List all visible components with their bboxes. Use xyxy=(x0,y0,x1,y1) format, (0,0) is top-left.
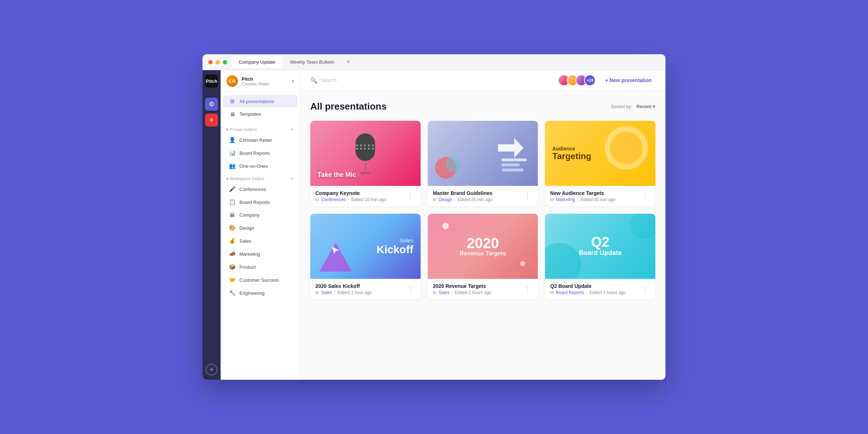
templates-icon: 🖥 xyxy=(229,111,236,117)
sidebar-item-customer-success[interactable]: 🤝 Customer Success xyxy=(223,274,298,286)
folder-link[interactable]: Conferences xyxy=(321,197,346,202)
search-input[interactable]: Search xyxy=(320,77,336,83)
pres-meta: In Board Reports | Edited 3 hours ago xyxy=(550,290,640,295)
main-layout: Pitch ⚙ ≡ + CR Pitch Christian Reber ▾ xyxy=(203,70,665,380)
add-workspace-button[interactable]: + xyxy=(206,364,217,375)
sort-control[interactable]: Sorted by: Recent ▾ xyxy=(611,104,655,109)
sidebar: CR Pitch Christian Reber ▾ ⊞ All present… xyxy=(221,70,300,380)
sidebar-nav: ⊞ All presentations 🖥 Templates xyxy=(221,92,300,124)
user-sub-label: Christian Reber xyxy=(242,82,288,86)
maximize-dot[interactable] xyxy=(223,60,227,64)
private-folders-header: ▾ Private folders + xyxy=(221,124,300,134)
avatar-count-badge[interactable]: +19 xyxy=(584,75,596,86)
tab-company-update[interactable]: Company Update xyxy=(231,56,282,68)
pres-card-revenue[interactable]: 2020 Revenue Targets 2020 Revenue Target… xyxy=(428,214,538,299)
icon-bar: Pitch ⚙ ≡ + xyxy=(203,70,221,380)
pitch-logo[interactable]: Pitch xyxy=(205,75,218,88)
pres-info: Company Keynote In Conferences | Edited … xyxy=(310,186,421,207)
sidebar-item-christian-reber[interactable]: 👤 Christian Reber xyxy=(223,134,298,146)
tab-weekly-bulletin[interactable]: Weekly Team Bulletin xyxy=(282,56,342,68)
pres-meta: In Design | Edited 25 min ago xyxy=(433,197,523,202)
page-title: All presentations xyxy=(310,101,387,112)
add-tab-button[interactable]: + xyxy=(343,57,353,67)
gear-icon-item[interactable]: ⚙ xyxy=(205,98,218,111)
sidebar-item-board-reports-private[interactable]: 📊 Board Reports xyxy=(223,147,298,159)
search-icon: 🔍 xyxy=(310,77,318,84)
pres-more-button[interactable]: ⋮ xyxy=(405,284,416,294)
gear-icon: ⚙ xyxy=(209,100,214,108)
chart-bar-icon: 📊 xyxy=(229,150,236,156)
pres-card-keynote[interactable]: Take the Mic Company Keynote In Conferen… xyxy=(310,121,421,207)
sales-text: Sales Kickoff xyxy=(376,237,413,256)
sidebar-item-marketing[interactable]: 📣 Marketing xyxy=(223,248,298,260)
sidebar-item-board-reports-workspace[interactable]: 📋 Board Reports xyxy=(223,196,298,208)
content-header: 🔍 Search +19 + New presentation xyxy=(300,70,665,91)
pres-title: New Audience Targets xyxy=(550,190,640,196)
pres-more-button[interactable]: ⋮ xyxy=(523,191,533,201)
q2-text: Q2 Board Update xyxy=(579,235,622,257)
content-area: 🔍 Search +19 + New presentation xyxy=(300,70,665,380)
sidebar-item-sales[interactable]: 💰 Sales xyxy=(223,235,298,247)
pres-thumb-brand xyxy=(428,121,538,186)
add-private-folder-button[interactable]: + xyxy=(290,127,294,132)
sidebar-item-all-presentations[interactable]: ⊞ All presentations xyxy=(223,95,298,107)
person-icon: 👤 xyxy=(229,137,236,143)
pres-meta: In Sales | Edited 1 hour ago xyxy=(315,290,405,295)
title-bar: Company Update Weekly Team Bulletin + xyxy=(203,54,665,70)
close-dot[interactable] xyxy=(208,60,213,64)
folder-link[interactable]: Sales xyxy=(321,290,332,295)
audience-label: Audience Targeting xyxy=(552,146,591,161)
app-window: Company Update Weekly Team Bulletin + Pi… xyxy=(203,54,665,380)
folder-link[interactable]: Sales xyxy=(439,290,450,295)
add-workspace-folder-button[interactable]: + xyxy=(290,176,294,182)
pres-more-button[interactable]: ⋮ xyxy=(405,191,416,201)
pres-more-button[interactable]: ⋮ xyxy=(523,284,533,294)
arrow-shape xyxy=(498,135,523,162)
pres-card-audience[interactable]: Audience Targeting New Audience Targets … xyxy=(545,121,655,207)
pres-info: Master Brand Guidelines In Design | Edit… xyxy=(428,186,538,207)
pres-meta: In Conferences | Edited 10 min ago xyxy=(315,197,405,202)
chevron-down-icon: ▾ xyxy=(653,104,655,109)
chevron-down-icon: ▾ xyxy=(292,79,294,84)
menu-icon: ≡ xyxy=(210,117,213,123)
sidebar-item-company[interactable]: 🏛 Company xyxy=(223,209,298,221)
presentations-grid: Take the Mic Company Keynote In Conferen… xyxy=(310,121,655,299)
pres-info: 2020 Revenue Targets In Sales | Edited 2… xyxy=(428,279,538,299)
folder-link[interactable]: Design xyxy=(439,197,452,202)
pres-info: 2020 Sales Kickoff In Sales | Edited 1 h… xyxy=(310,279,421,299)
sort-label: Sorted by: xyxy=(611,104,632,109)
sidebar-item-one-on-ones[interactable]: 👥 One-on-Ones xyxy=(223,160,298,172)
sidebar-item-design[interactable]: 🎨 Design xyxy=(223,222,298,234)
pres-title: 2020 Sales Kickoff xyxy=(315,283,405,289)
folder-link[interactable]: Board Reports xyxy=(556,290,584,295)
workspace-name: Pitch xyxy=(242,76,288,82)
pres-meta: In Sales | Edited 2 hours ago xyxy=(433,290,523,295)
minimize-dot[interactable] xyxy=(216,60,220,64)
pres-card-sales[interactable]: Sales Kickoff 2020 Sales Kickoff In Sale… xyxy=(310,214,421,299)
pres-title: 2020 Revenue Targets xyxy=(433,283,523,289)
pres-more-button[interactable]: ⋮ xyxy=(640,191,650,201)
pres-thumb-q2: Q2 Board Update xyxy=(545,214,655,279)
grid-icon: ⊞ xyxy=(229,98,236,105)
new-presentation-button[interactable]: + New presentation xyxy=(601,75,655,85)
sidebar-item-conferences[interactable]: 🎤 Conferences xyxy=(223,183,298,195)
pres-card-q2[interactable]: Q2 Board Update Q2 Board Update In Board… xyxy=(545,214,655,299)
pres-more-button[interactable]: ⋮ xyxy=(640,284,650,294)
sidebar-item-engineering[interactable]: 🔧 Engineering xyxy=(223,287,298,299)
pres-card-brand[interactable]: Master Brand Guidelines In Design | Edit… xyxy=(428,121,538,207)
pres-thumb-revenue: 2020 Revenue Targets xyxy=(428,214,538,279)
private-folders-list: 👤 Christian Reber 📊 Board Reports 👥 One-… xyxy=(221,134,300,173)
chart-icon-item[interactable]: ≡ xyxy=(205,114,218,127)
content-title-row: All presentations Sorted by: Recent ▾ xyxy=(310,101,655,112)
pres-title: Q2 Board Update xyxy=(550,283,640,289)
sidebar-item-templates[interactable]: 🖥 Templates xyxy=(223,108,298,120)
people-icon: 👥 xyxy=(229,163,236,169)
workspace-folders-list: 🎤 Conferences 📋 Board Reports 🏛 Company … xyxy=(221,183,300,300)
sidebar-user[interactable]: CR Pitch Christian Reber ▾ xyxy=(221,70,300,92)
search-bar: 🔍 Search xyxy=(310,77,558,84)
sidebar-item-product[interactable]: 📦 Product xyxy=(223,261,298,273)
pres-info: Q2 Board Update In Board Reports | Edite… xyxy=(545,279,655,299)
pres-thumb-keynote: Take the Mic xyxy=(310,121,421,186)
folder-link[interactable]: Marketing xyxy=(556,197,575,202)
pres-meta: In Marketing | Edited 45 min ago xyxy=(550,197,640,202)
